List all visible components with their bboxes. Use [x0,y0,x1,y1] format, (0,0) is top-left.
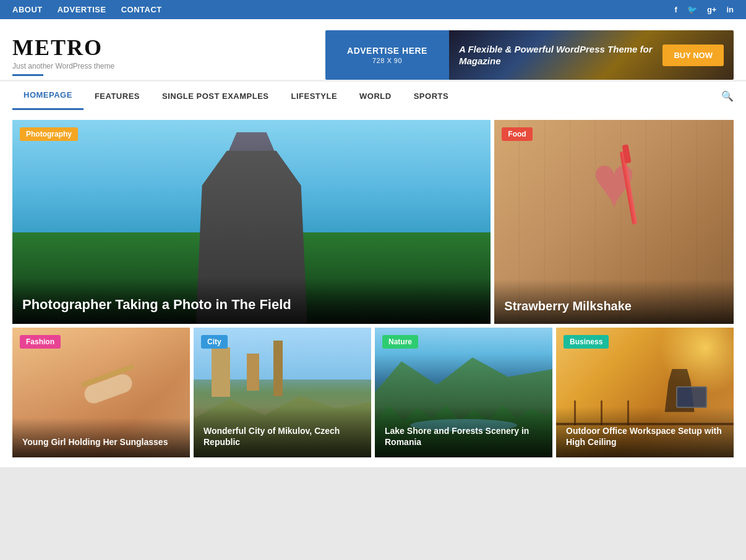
card-overlay-medium: Strawberry Milkshake [494,279,734,324]
category-badge-nature[interactable]: Nature [382,335,418,349]
social-icons: f 🐦 g+ in [675,5,734,14]
category-badge-photography[interactable]: Photography [20,127,78,141]
nav-homepage[interactable]: HOMEPAGE [12,82,84,110]
category-badge-food[interactable]: Food [502,127,532,141]
top-bar: ABOUT ADVERTISE CONTACT f 🐦 g+ in [0,0,746,19]
nav-contact[interactable]: CONTACT [121,5,162,14]
nav-advertise[interactable]: ADVERTISE [58,5,106,14]
ad-banner[interactable]: ADVERTISE HERE 728 X 90 A Flexible & Pow… [325,30,734,80]
card-overlay-city: Wonderful City of Mikulov, Czech Republi… [194,407,371,457]
category-badge-business[interactable]: Business [564,335,609,349]
category-badge-fashion[interactable]: Fashion [20,335,61,349]
card-overlay-large: Photographer Taking a Photo in The Field [12,278,491,324]
card-title-medium: Strawberry Milkshake [504,298,724,314]
logo-underline [12,74,43,76]
card-overlay-nature: Lake Shore and Forests Scenery in Romani… [375,407,552,457]
bottom-grid: Fashion Young Girl Holding Her Sunglasse… [12,328,734,457]
content-area: Photography Photographer Taking a Photo … [0,110,746,467]
card-overlay-fashion: Young Girl Holding Her Sunglasses [12,418,190,457]
ad-size: 728 X 90 [372,57,402,64]
nav-features[interactable]: FEATURES [84,83,151,109]
card-title-business: Outdoor Office Workspace Setup with High… [566,425,724,448]
card-title-nature: Lake Shore and Forests Scenery in Romani… [385,425,542,448]
featured-medium-card[interactable]: ♥ Food Strawberry Milkshake [494,120,734,324]
card-title-fashion: Young Girl Holding Her Sunglasses [22,436,180,448]
ad-middle: A Flexible & Powerful WordPress Theme fo… [449,30,734,80]
nav-single-post[interactable]: SINGLE POST EXAMPLES [151,83,280,109]
card-business[interactable]: Business Outdoor Office Workspace Setup … [556,328,734,457]
search-icon[interactable]: 🔍 [721,90,734,102]
nav-world[interactable]: WORLD [348,83,403,109]
googleplus-icon[interactable]: g+ [707,5,717,14]
featured-large-card[interactable]: Photography Photographer Taking a Photo … [12,120,491,324]
featured-grid: Photography Photographer Taking a Photo … [12,120,734,324]
linkedin-icon[interactable]: in [726,5,734,14]
nav-sports[interactable]: SPORTS [403,83,460,109]
card-nature[interactable]: Nature Lake Shore and Forests Scenery in… [375,328,552,457]
site-logo[interactable]: METRO [12,35,114,61]
logo-area: METRO Just another WordPress theme [12,35,114,76]
facebook-icon[interactable]: f [675,5,677,14]
nav-lifestyle[interactable]: LIFESTYLE [280,83,349,109]
buy-now-button[interactable]: BUY NOW [662,45,724,66]
nav-links: HOMEPAGE FEATURES SINGLE POST EXAMPLES L… [12,82,460,110]
category-badge-city[interactable]: City [201,335,228,349]
nav-about[interactable]: ABOUT [12,5,43,14]
card-fashion[interactable]: Fashion Young Girl Holding Her Sunglasse… [12,328,190,457]
card-title-large: Photographer Taking a Photo in The Field [22,296,481,314]
card-title-city: Wonderful City of Mikulov, Czech Republi… [204,425,361,448]
main-nav: HOMEPAGE FEATURES SINGLE POST EXAMPLES L… [0,80,746,110]
card-overlay-business: Outdoor Office Workspace Setup with High… [556,407,734,457]
twitter-icon[interactable]: 🐦 [687,5,697,14]
site-tagline: Just another WordPress theme [12,62,114,70]
top-nav: ABOUT ADVERTISE CONTACT [12,5,162,14]
ad-title: ADVERTISE HERE [347,46,427,56]
header: METRO Just another WordPress theme ADVER… [0,19,746,80]
ad-left: ADVERTISE HERE 728 X 90 [325,30,449,80]
card-city[interactable]: City Wonderful City of Mikulov, Czech Re… [194,328,371,457]
ad-text: A Flexible & Powerful WordPress Theme fo… [459,43,653,67]
